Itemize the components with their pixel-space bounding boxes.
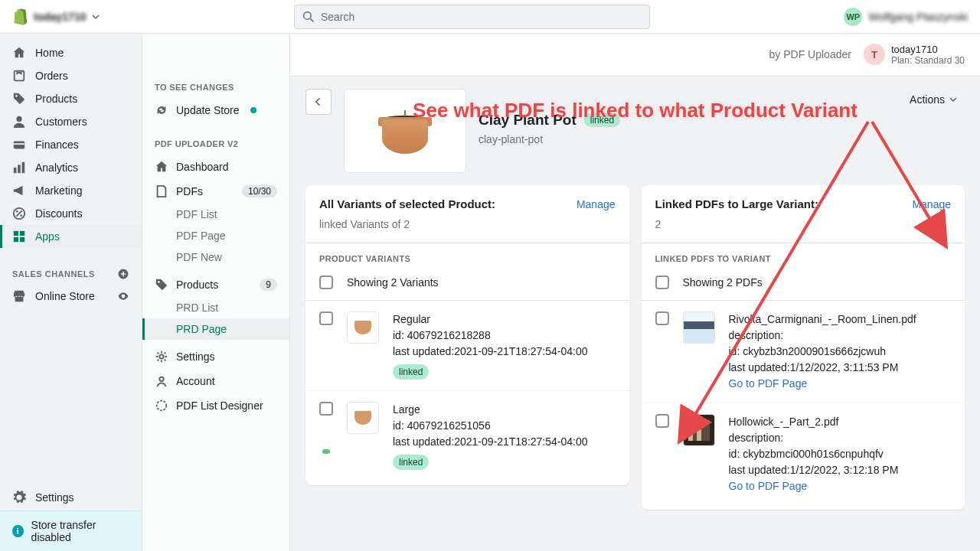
sidebar-item-apps[interactable]: Apps bbox=[0, 225, 142, 248]
sidebar: Home Orders Products Customers Finances … bbox=[0, 34, 142, 551]
pdf-name: Hollowick_-_Part_2.pdf bbox=[729, 414, 952, 430]
card-title: All Variants of selected Product: bbox=[319, 197, 495, 210]
sidebar-item-finances[interactable]: Finances bbox=[0, 133, 142, 156]
svg-point-4 bbox=[16, 116, 21, 122]
app-nav-update-store[interactable]: Update Store bbox=[142, 98, 289, 122]
row-checkbox[interactable] bbox=[319, 311, 333, 325]
row-checkbox[interactable] bbox=[319, 402, 333, 416]
actions-button[interactable]: Actions bbox=[902, 89, 965, 110]
svg-point-19 bbox=[158, 281, 160, 283]
back-button[interactable] bbox=[305, 89, 332, 115]
plan-avatar: T bbox=[864, 44, 885, 65]
user-menu[interactable]: WP Wolfgang Ptaszynski bbox=[844, 8, 968, 26]
sidebar-item-home[interactable]: Home bbox=[0, 41, 142, 64]
select-all-checkbox[interactable] bbox=[655, 276, 669, 289]
search-input[interactable]: Search bbox=[294, 5, 650, 29]
pdf-updated: last updated:1/12/2022, 3:11:53 PM bbox=[729, 360, 952, 376]
svg-rect-17 bbox=[20, 237, 24, 242]
plan-info[interactable]: T today1710 Plan: Standard 30 bbox=[864, 44, 965, 67]
plan-name: today1710 bbox=[891, 44, 965, 56]
discount-icon bbox=[12, 207, 26, 220]
designer-icon bbox=[155, 399, 168, 412]
app-nav-pdfs[interactable]: PDFs 10/30 bbox=[142, 179, 289, 204]
pdf-updated: last updated:1/12/2022, 3:12:18 PM bbox=[729, 462, 952, 478]
app-nav-prd-list[interactable]: PRD List bbox=[142, 297, 289, 318]
go-to-pdf-link[interactable]: Go to PDF Page bbox=[729, 376, 952, 392]
section-label: SALES CHANNELS bbox=[12, 269, 95, 279]
annotation-callout: See what PDF is linked to what Product V… bbox=[413, 99, 858, 122]
gear-icon bbox=[155, 350, 168, 364]
card-subtitle: linked Variants of 2 bbox=[305, 210, 629, 243]
analytics-icon bbox=[12, 161, 26, 174]
pdf-row: Hollowick_-_Part_2.pdf description: id: … bbox=[642, 403, 965, 510]
sidebar-item-orders[interactable]: Orders bbox=[0, 64, 142, 87]
sidebar-item-label: Analytics bbox=[35, 161, 78, 174]
plus-icon[interactable] bbox=[117, 268, 129, 280]
main-content: PDF Uploader by PDF Uploader T today1710… bbox=[290, 34, 980, 551]
sidebar-item-customers[interactable]: Customers bbox=[0, 110, 142, 133]
app-section-header: PDF UPLOADER V2 bbox=[142, 133, 289, 155]
variant-name: Large bbox=[393, 402, 616, 418]
sidebar-item-online-store[interactable]: Online Store bbox=[0, 285, 142, 308]
app-nav-settings[interactable]: Settings bbox=[142, 344, 289, 369]
linked-badge: linked bbox=[393, 455, 429, 470]
svg-rect-15 bbox=[20, 231, 24, 236]
app-nav-account[interactable]: Account bbox=[142, 369, 289, 393]
manage-link[interactable]: Manage bbox=[577, 198, 616, 210]
sidebar-item-label: Orders bbox=[35, 70, 68, 82]
store-icon bbox=[12, 289, 26, 303]
select-all-checkbox[interactable] bbox=[319, 276, 333, 289]
manage-link[interactable]: Manage bbox=[912, 198, 951, 210]
variant-row: Large id: 40679216251056 last updated:20… bbox=[305, 391, 629, 485]
pdf-description: description: bbox=[729, 430, 952, 446]
tag-icon bbox=[155, 278, 168, 292]
row-checkbox[interactable] bbox=[655, 311, 669, 325]
row-checkbox[interactable] bbox=[655, 414, 669, 428]
svg-point-0 bbox=[303, 11, 311, 19]
page-icon bbox=[155, 184, 168, 198]
sidebar-item-label: Settings bbox=[35, 491, 74, 504]
variant-thumbnail bbox=[347, 311, 379, 344]
shopify-logo-icon bbox=[12, 8, 28, 25]
active-indicator-dot bbox=[322, 449, 330, 454]
update-indicator-dot bbox=[250, 107, 256, 113]
variant-id: id: 40679216218288 bbox=[393, 328, 616, 344]
app-section-header: TO SEE CHANGES bbox=[142, 77, 289, 98]
eye-icon[interactable] bbox=[117, 290, 129, 302]
showing-text: Showing 2 PDFs bbox=[683, 276, 763, 289]
sidebar-item-settings[interactable]: Settings bbox=[0, 484, 142, 510]
svg-point-21 bbox=[159, 377, 163, 381]
app-nav-products[interactable]: Products 9 bbox=[142, 272, 289, 297]
sidebar-item-label: Online Store bbox=[35, 290, 95, 302]
app-nav-prd-page[interactable]: PRD Page bbox=[142, 318, 289, 340]
sidebar-item-analytics[interactable]: Analytics bbox=[0, 156, 142, 179]
card-title: Linked PDFs to Large Variant: bbox=[655, 197, 818, 210]
gear-icon bbox=[12, 491, 26, 504]
logo-area[interactable]: today1710 bbox=[12, 8, 100, 25]
apps-icon bbox=[12, 230, 26, 243]
go-to-pdf-link[interactable]: Go to PDF Page bbox=[729, 478, 952, 494]
sidebar-item-products[interactable]: Products bbox=[0, 87, 142, 110]
app-nav-pdf-list[interactable]: PDF List bbox=[142, 204, 289, 225]
home-icon bbox=[12, 46, 26, 60]
pdf-row: Rivolta_Carmignani_-_Room_Linen.pdf desc… bbox=[642, 301, 965, 403]
app-nav-pdf-page[interactable]: PDF Page bbox=[142, 225, 289, 246]
search-icon bbox=[302, 11, 315, 23]
person-icon bbox=[12, 115, 26, 129]
section-label: PRODUCT VARIANTS bbox=[305, 243, 629, 269]
app-nav-label: PDFs bbox=[176, 185, 203, 197]
app-nav-dashboard[interactable]: Dashboard bbox=[142, 155, 289, 179]
sidebar-item-label: Apps bbox=[35, 230, 60, 243]
search-placeholder: Search bbox=[321, 11, 354, 23]
pdf-id: id: ckybzb3n2000901s666zjcwuh bbox=[729, 344, 952, 360]
svg-rect-5 bbox=[14, 142, 24, 149]
sidebar-item-marketing[interactable]: Marketing bbox=[0, 179, 142, 202]
app-nav-designer[interactable]: PDF List Designer bbox=[142, 393, 289, 418]
app-nav-pdf-new[interactable]: PDF New bbox=[142, 246, 289, 268]
sidebar-item-discounts[interactable]: Discounts bbox=[0, 202, 142, 225]
linked-pdfs-card: Linked PDFs to Large Variant: Manage 2 L… bbox=[642, 185, 965, 510]
app-header: PDF Uploader by PDF Uploader T today1710… bbox=[290, 34, 980, 77]
user-name: Wolfgang Ptaszynski bbox=[868, 11, 968, 23]
svg-point-3 bbox=[15, 95, 18, 97]
svg-point-13 bbox=[20, 214, 22, 217]
